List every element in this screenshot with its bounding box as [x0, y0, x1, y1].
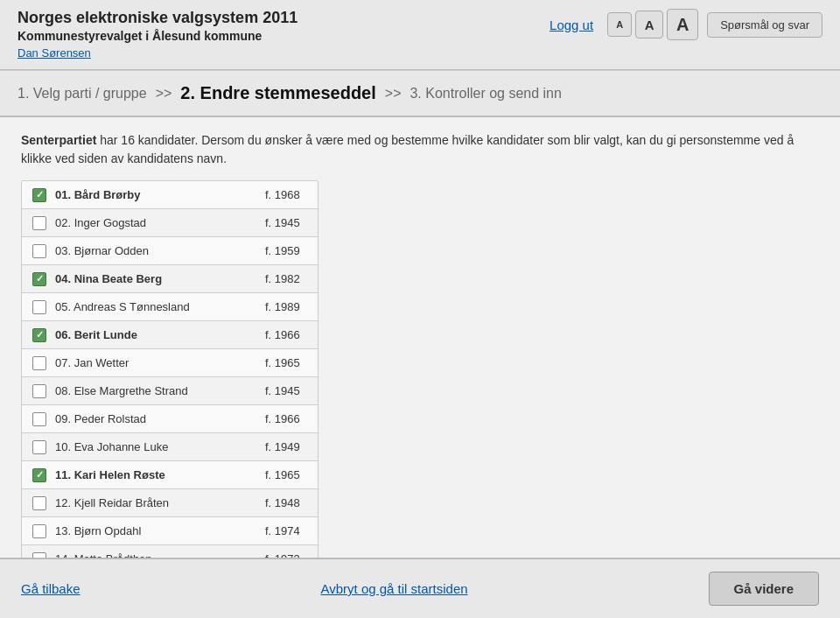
list-item[interactable]: 09. Peder Rolstadf. 1966: [22, 405, 318, 433]
header-left: Norges elektroniske valgsystem 2011 Komm…: [18, 9, 298, 60]
candidate-name[interactable]: 03. Bjørnar Odden: [52, 241, 262, 261]
candidate-checkbox[interactable]: [32, 216, 46, 230]
list-item[interactable]: 03. Bjørnar Oddenf. 1959: [22, 237, 318, 265]
checkbox-cell: [27, 356, 52, 370]
checkbox-cell: [27, 300, 52, 314]
step3-label: 3. Kontroller og send inn: [410, 86, 561, 102]
intro-paragraph: Senterpartiet har 16 kandidater. Dersom …: [21, 131, 819, 168]
checkbox-cell: [27, 496, 52, 510]
footer: Gå tilbake Avbryt og gå til startsiden G…: [0, 558, 840, 618]
candidate-name[interactable]: 04. Nina Beate Berg: [52, 269, 262, 289]
checkmark-icon: ✓: [36, 469, 44, 481]
checkmark-icon: ✓: [36, 329, 44, 341]
candidate-year: f. 1982: [262, 269, 314, 289]
checkbox-cell: ✓: [27, 468, 52, 482]
list-item[interactable]: 08. Else Margrethe Strandf. 1945: [22, 377, 318, 405]
candidates-list: ✓01. Bård Brørbyf. 196802. Inger Gogstad…: [21, 180, 318, 618]
candidate-year: f. 1949: [262, 437, 314, 457]
candidate-checkbox[interactable]: [32, 440, 46, 454]
candidate-name[interactable]: 08. Else Margrethe Strand: [52, 381, 262, 401]
candidate-name[interactable]: 07. Jan Wetter: [52, 353, 262, 373]
candidate-checkbox[interactable]: [32, 356, 46, 370]
list-item[interactable]: 02. Inger Gogstadf. 1945: [22, 209, 318, 237]
header-right: Logg ut A A A Spørsmål og svar: [550, 9, 822, 40]
candidate-checkbox[interactable]: [32, 524, 46, 538]
party-name: Senterpartiet: [21, 133, 96, 147]
candidate-year: f. 1965: [262, 465, 314, 485]
list-item[interactable]: ✓04. Nina Beate Bergf. 1982: [22, 265, 318, 293]
candidate-year: f. 1945: [262, 381, 314, 401]
candidate-name[interactable]: 10. Eva Johanne Luke: [52, 437, 262, 457]
checkbox-cell: [27, 524, 52, 538]
forward-button[interactable]: Gå videre: [709, 572, 819, 606]
candidate-checkbox[interactable]: [32, 412, 46, 426]
list-item[interactable]: 10. Eva Johanne Lukef. 1949: [22, 433, 318, 461]
step2-label: 2. Endre stemmeseddel: [180, 83, 375, 103]
list-item[interactable]: ✓11. Kari Helen Røstef. 1965: [22, 461, 318, 489]
candidate-year: f. 1989: [262, 297, 314, 317]
candidate-checkbox[interactable]: ✓: [32, 468, 46, 482]
candidate-name[interactable]: 11. Kari Helen Røste: [52, 465, 262, 485]
font-small-button[interactable]: A: [607, 12, 632, 37]
candidate-name[interactable]: 09. Peder Rolstad: [52, 409, 262, 429]
steps-bar: 1. Velg parti / gruppe >> 2. Endre stemm…: [0, 70, 840, 117]
checkmark-icon: ✓: [36, 189, 44, 200]
candidate-name[interactable]: 02. Inger Gogstad: [52, 213, 262, 233]
candidate-year: f. 1959: [262, 241, 314, 261]
checkbox-cell: ✓: [27, 272, 52, 286]
header: Norges elektroniske valgsystem 2011 Komm…: [0, 0, 840, 70]
candidate-checkbox[interactable]: [32, 300, 46, 314]
election-subtitle: Kommunestyrevalget i Ålesund kommune: [18, 29, 298, 43]
step-arrow-1: >>: [156, 86, 172, 102]
logout-link[interactable]: Logg ut: [550, 18, 593, 32]
candidate-name[interactable]: 13. Bjørn Opdahl: [52, 521, 262, 541]
checkbox-cell: ✓: [27, 328, 52, 342]
step-arrow-2: >>: [385, 86, 402, 102]
app-title: Norges elektroniske valgsystem 2011: [18, 9, 298, 27]
cancel-button[interactable]: Avbryt og gå til startsiden: [321, 581, 468, 596]
candidate-year: f. 1945: [262, 213, 314, 233]
checkbox-cell: [27, 384, 52, 398]
checkbox-cell: [27, 440, 52, 454]
list-item[interactable]: 05. Andreas S Tønneslandf. 1989: [22, 293, 318, 321]
step1-label: 1. Velg parti / gruppe: [18, 86, 147, 102]
main-content: Senterpartiet har 16 kandidater. Dersom …: [0, 117, 840, 618]
font-medium-button[interactable]: A: [635, 11, 663, 39]
candidate-year: f. 1948: [262, 493, 314, 513]
candidate-name[interactable]: 05. Andreas S Tønnesland: [52, 297, 262, 317]
checkmark-icon: ✓: [36, 273, 44, 284]
candidate-checkbox[interactable]: ✓: [32, 328, 46, 342]
font-large-button[interactable]: A: [667, 9, 698, 40]
checkbox-cell: ✓: [27, 188, 52, 202]
candidate-year: f. 1966: [262, 325, 314, 345]
list-item[interactable]: ✓01. Bård Brørbyf. 1968: [22, 181, 318, 209]
checkbox-cell: [27, 244, 52, 258]
candidate-year: f. 1966: [262, 409, 314, 429]
candidate-checkbox[interactable]: [32, 384, 46, 398]
checkbox-cell: [27, 412, 52, 426]
candidate-checkbox[interactable]: [32, 244, 46, 258]
checkbox-cell: [27, 216, 52, 230]
username-link[interactable]: Dan Sørensen: [18, 46, 91, 60]
back-button[interactable]: Gå tilbake: [21, 581, 80, 596]
candidate-checkbox[interactable]: ✓: [32, 188, 46, 202]
intro-text: har 16 kandidater. Dersom du ønsker å væ…: [21, 133, 794, 165]
sporsmal-button[interactable]: Spørsmål og svar: [707, 12, 822, 38]
candidate-name[interactable]: 12. Kjell Reidar Bråten: [52, 493, 262, 513]
font-controls: A A A: [607, 9, 698, 40]
candidate-name[interactable]: 06. Berit Lunde: [52, 325, 262, 345]
list-item[interactable]: 13. Bjørn Opdahlf. 1974: [22, 517, 318, 545]
candidate-checkbox[interactable]: [32, 496, 46, 510]
list-item[interactable]: 07. Jan Wetterf. 1965: [22, 349, 318, 377]
list-item[interactable]: 12. Kjell Reidar Bråtenf. 1948: [22, 489, 318, 517]
candidate-name[interactable]: 01. Bård Brørby: [52, 185, 262, 205]
list-item[interactable]: ✓06. Berit Lundef. 1966: [22, 321, 318, 349]
candidate-year: f. 1974: [262, 521, 314, 541]
candidate-year: f. 1965: [262, 353, 314, 373]
candidate-year: f. 1968: [262, 185, 314, 205]
candidate-checkbox[interactable]: ✓: [32, 272, 46, 286]
